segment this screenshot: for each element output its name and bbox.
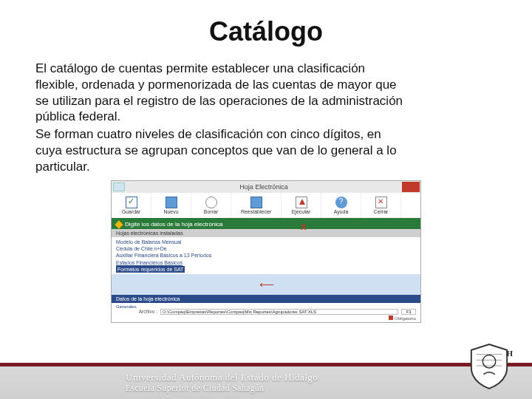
diamond-icon [115,220,123,228]
list-pad: ⟵ [112,274,420,295]
university-name: Universidad Autónoma del Estado de Hidal… [126,372,318,393]
toolbar-nuevo[interactable]: Nuevo [151,193,191,218]
shield-icon [468,343,511,390]
prompt-text: Digite los datos de la hoja electrónica [125,221,223,228]
archivo-path[interactable]: O:\Compaq\Empresas\Reportes\Contpaq\Mis … [160,309,398,315]
slide-title: Catálogo [0,16,532,47]
footer-line-2: Escuela Superior de Ciudad Sahagún [126,383,318,393]
toolbar: Guardar Nuevo Borrar Reestablecer Ejecut… [112,193,420,219]
footer: Universidad Autónoma del Estado de Hidal… [0,363,532,399]
required-icon [389,316,393,320]
reset-icon [250,197,262,208]
toolbar-guardar[interactable]: Guardar [112,193,151,218]
list-item-selected[interactable]: Formatos requeridos de SAT [116,266,185,273]
close-icon[interactable] [402,182,420,192]
slide: Catálogo El catálogo de cuentas permite … [0,0,532,399]
section-header: Hojas electrónicas instaladas [112,229,420,237]
detail-header: Datos de la hoja electrónica [112,295,420,303]
toolbar-ayuda[interactable]: ?Ayuda [321,193,361,218]
new-icon [166,197,177,208]
toolbar-reestablecer[interactable]: Reestablecer [231,193,282,218]
embedded-window: Hoja Electrónica Guardar Nuevo Borrar Re… [111,180,421,322]
archivo-label: Archivo : [116,309,157,314]
toolbar-cerrar[interactable]: Cerrar [361,193,401,218]
window-title: Hoja Electrónica [126,183,401,191]
sheet-list[interactable]: Modelo de Balanza Mensual Cedula de Chil… [112,237,420,273]
f3-button[interactable]: F3 [401,309,416,315]
help-icon: ? [335,197,347,208]
university-logo: UAEH [460,343,519,395]
footer-line-1: Universidad Autónoma del Estado de Hidal… [126,372,318,383]
list-item[interactable]: Cedula de Chile n+De [116,245,416,252]
paragraph-1: El catálogo de cuentas permite establece… [35,61,408,125]
paragraph-2: Se forman cuatro niveles de clasificació… [35,126,408,174]
toolbar-ejecutar[interactable]: Ejecutar [282,193,321,218]
prompt-row: Digite los datos de la hoja electrónica [112,219,420,229]
arrow-icon: ⟵ [259,279,274,290]
detail-pane: Generales Archivo : O:\Compaq\Empresas\R… [112,303,420,322]
list-item[interactable]: Estados Financieros Básicos [116,259,416,266]
check-icon [126,197,137,208]
delete-icon [205,197,217,208]
required-legend: Obligatorio [116,316,416,321]
toolbar-borrar[interactable]: Borrar [191,193,231,218]
footer-bar: Universidad Autónoma del Estado de Hidal… [0,366,532,399]
list-item[interactable]: Auxiliar Financiera Básicos a 13 Periodo… [116,252,416,259]
window-icon [113,183,125,191]
titlebar: Hoja Electrónica [112,181,420,193]
run-icon [296,197,307,208]
body-text: El catálogo de cuentas permite establece… [0,47,443,174]
list-item[interactable]: Modelo de Balanza Mensual [116,239,416,245]
close-btn-icon [375,197,387,208]
